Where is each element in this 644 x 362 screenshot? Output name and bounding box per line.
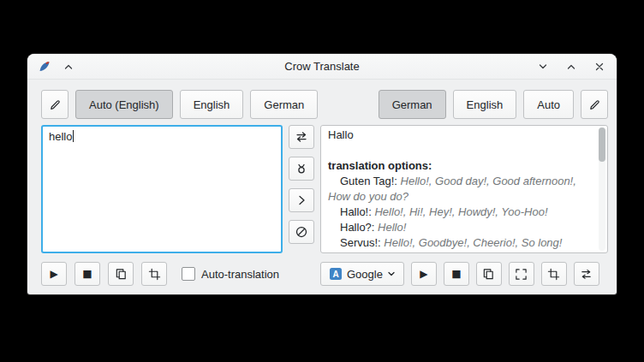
chevron-up-icon xyxy=(63,61,75,73)
google-translate-icon: A xyxy=(329,267,343,281)
translation-option: Hallo!: Hello!, Hi!, Hey!, Howdy!, Yoo-H… xyxy=(328,205,592,220)
chevron-up-icon xyxy=(565,61,577,73)
translation-option: Servus!: Hello!, Goodbye!, Cheerio!, So … xyxy=(328,235,592,251)
speak-source-button[interactable]: ▶ xyxy=(41,262,67,286)
stop-icon: ■ xyxy=(451,269,461,279)
stop-translation-button[interactable]: ■ xyxy=(444,262,469,286)
stop-source-button[interactable]: ■ xyxy=(75,262,100,286)
chevron-down-icon xyxy=(387,270,396,278)
swap-icon xyxy=(295,130,308,144)
engine-label: Google xyxy=(347,268,383,281)
auto-translation-label[interactable]: Auto-translation xyxy=(201,268,279,281)
language-toolbar: Auto (English) English German German Eng… xyxy=(27,80,617,119)
copy-icon xyxy=(115,268,128,281)
scrollbar-track[interactable] xyxy=(599,128,605,251)
play-icon: ▶ xyxy=(50,269,57,279)
crop-source-button[interactable] xyxy=(141,262,167,286)
translation-controls: A Google ▶ ■ xyxy=(320,262,608,286)
translation-option: Hallo?: Hello! xyxy=(328,220,592,235)
cancel-button[interactable] xyxy=(289,220,314,244)
swap-direction-button[interactable] xyxy=(574,262,599,286)
scrollbar-thumb[interactable] xyxy=(599,128,605,162)
minimize-button[interactable] xyxy=(536,60,550,74)
speak-translation-button[interactable]: ▶ xyxy=(411,262,437,286)
option-meanings: Hello!, Hi!, Hey!, Howdy!, Yoo-Hoo! xyxy=(374,205,547,218)
translate-button[interactable] xyxy=(289,188,314,212)
source-lang-auto-button[interactable]: Auto (English) xyxy=(75,90,173,119)
target-language-group: German English Auto xyxy=(379,90,608,119)
spacer-line xyxy=(328,143,592,158)
engine-dropdown[interactable]: A Google xyxy=(320,262,404,286)
source-lang-english-button[interactable]: English xyxy=(180,90,244,119)
translation-result: Hallo xyxy=(328,128,592,143)
option-meanings: Hello!, Goodbye!, Cheerio!, So long! xyxy=(384,236,562,249)
app-window: Crow Translate xyxy=(27,54,617,294)
edit-source-languages-button[interactable] xyxy=(41,90,69,119)
play-icon: ▶ xyxy=(420,269,427,279)
bottom-controls: ▶ ■ Auto-translation A Google xyxy=(27,253,617,286)
main-area: hello Hallo xyxy=(27,119,617,253)
target-lang-german-button[interactable]: German xyxy=(379,90,446,119)
copy-source-button[interactable] xyxy=(108,262,134,286)
edit-target-languages-button[interactable] xyxy=(581,90,608,119)
translation-output[interactable]: Hallo translation options: Guten Tag!: H… xyxy=(320,125,608,253)
copy-icon xyxy=(482,268,495,281)
option-meanings: Hello! xyxy=(378,221,406,234)
bird-icon xyxy=(295,162,308,175)
chevron-right-icon xyxy=(295,193,308,207)
stop-icon: ■ xyxy=(82,269,92,279)
chevron-down-icon xyxy=(537,61,549,73)
crow-translate-button[interactable] xyxy=(289,157,314,181)
source-text: hello xyxy=(49,130,72,143)
keep-above-button[interactable] xyxy=(62,60,75,74)
auto-translation-checkbox[interactable] xyxy=(182,267,195,281)
option-word: Guten Tag!: xyxy=(340,175,397,187)
expand-corners-icon xyxy=(515,268,528,281)
source-text-input[interactable]: hello xyxy=(41,125,283,253)
close-button[interactable] xyxy=(593,60,606,74)
popup-window-button[interactable] xyxy=(509,262,534,286)
swap-horizontal-icon xyxy=(580,268,593,281)
option-word: Servus!: xyxy=(340,236,381,249)
translation-option: Guten Tag!: Hello!, Good day!, Good afte… xyxy=(328,174,592,205)
svg-text:A: A xyxy=(332,270,338,279)
text-cursor xyxy=(73,130,74,142)
pencil-icon xyxy=(588,98,601,111)
crop-icon xyxy=(148,268,161,281)
source-lang-german-button[interactable]: German xyxy=(250,90,318,119)
titlebar[interactable]: Crow Translate xyxy=(27,54,617,80)
cancel-icon xyxy=(295,225,308,239)
middle-button-column xyxy=(283,125,320,253)
copy-translation-button[interactable] xyxy=(476,262,502,286)
app-icon xyxy=(38,60,51,74)
target-lang-auto-button[interactable]: Auto xyxy=(523,90,574,119)
translation-options-header: translation options: xyxy=(328,158,592,174)
window-title: Crow Translate xyxy=(27,60,617,73)
source-controls: ▶ ■ Auto-translation xyxy=(41,262,320,286)
swap-languages-button[interactable] xyxy=(289,125,314,149)
close-icon xyxy=(593,61,605,73)
option-word: Hallo?: xyxy=(340,221,374,234)
maximize-button[interactable] xyxy=(564,60,578,74)
target-lang-english-button[interactable]: English xyxy=(453,90,517,119)
crop-translation-button[interactable] xyxy=(541,262,567,286)
pencil-icon xyxy=(49,98,62,111)
source-language-group: Auto (English) English German xyxy=(41,90,318,119)
option-word: Hallo!: xyxy=(340,205,372,218)
crop-icon xyxy=(547,268,560,281)
